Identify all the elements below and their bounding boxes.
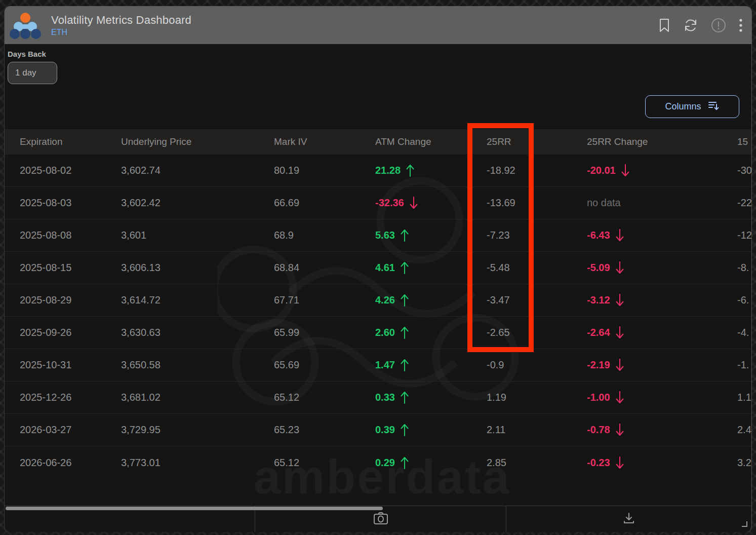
arrow-up-icon — [406, 164, 415, 177]
arrow-up-icon — [400, 358, 409, 372]
col-header-atm-change[interactable]: ATM Change — [375, 136, 487, 147]
bookmark-icon[interactable] — [658, 18, 670, 32]
arrow-up-icon — [400, 261, 409, 275]
cell-underlying-price: 3,602.42 — [121, 197, 274, 209]
table-row[interactable]: 2025-12-26 3,681.02 65.12 0.33 1.19 -1.0… — [5, 381, 751, 414]
table-row[interactable]: 2025-10-31 3,650.58 65.69 1.47 -0.9 -2.1… — [5, 349, 751, 381]
cell-15rr-clipped: 3.2 — [737, 457, 752, 469]
cell-25rr: 1.19 — [487, 392, 587, 403]
cell-25rr-change: -0.23 — [587, 456, 737, 470]
cell-mark-iv: 68.9 — [274, 230, 375, 241]
arrow-up-icon — [400, 423, 409, 437]
cell-underlying-price: 3,729.95 — [121, 424, 274, 436]
cell-15rr-clipped: -22 — [737, 197, 752, 209]
cell-mark-iv: 68.84 — [274, 262, 375, 274]
cell-underlying-price: 3,614.72 — [121, 294, 274, 306]
footer-section-right — [506, 506, 751, 532]
cell-atm-change: 2.60 — [375, 326, 487, 339]
days-back-label: Days Back — [8, 50, 46, 58]
table-row[interactable]: 2025-08-15 3,606.13 68.84 4.61 -5.48 -5.… — [5, 252, 751, 284]
table-row[interactable]: 2025-08-29 3,614.72 67.71 4.26 -3.47 -3.… — [5, 284, 751, 317]
alert-circle-icon[interactable] — [711, 18, 726, 33]
cell-25rr-change: -5.09 — [587, 261, 737, 275]
col-header-mark-iv[interactable]: Mark IV — [274, 136, 375, 147]
arrow-down-icon — [409, 196, 418, 210]
cell-underlying-price: 3,773.01 — [121, 457, 274, 469]
cell-mark-iv: 65.12 — [274, 392, 375, 403]
titlebar: Volatility Metrics Dashboard ETH — [5, 6, 751, 44]
refresh-icon[interactable] — [684, 18, 698, 32]
cell-atm-change: 0.33 — [375, 391, 487, 404]
controls-bar: Days Back 1 day Columns — [5, 44, 751, 129]
cell-atm-change: -32.36 — [375, 196, 487, 210]
cell-15rr-clipped: -1. — [737, 359, 752, 371]
cell-atm-change: 1.47 — [375, 358, 487, 372]
cell-atm-change: 21.28 — [375, 164, 487, 177]
cell-25rr: -18.92 — [487, 165, 587, 176]
cell-atm-change: 4.61 — [375, 261, 487, 275]
dashboard-window: Volatility Metrics Dashboard ETH — [4, 6, 752, 532]
resize-handle-icon[interactable] — [741, 520, 747, 529]
arrow-down-icon — [615, 456, 624, 470]
cell-expiration: 2025-10-31 — [20, 359, 121, 371]
amberdata-logo-icon — [9, 12, 42, 39]
asset-label: ETH — [51, 28, 191, 37]
horizontal-scrollbar-thumb[interactable] — [6, 507, 383, 510]
cell-25rr: -3.47 — [487, 294, 587, 306]
column-sort-icon — [707, 99, 720, 114]
download-icon[interactable] — [622, 512, 635, 527]
cell-underlying-price: 3,681.02 — [121, 392, 274, 403]
cell-15rr-clipped: -12 — [737, 230, 752, 241]
cell-underlying-price: 3,650.58 — [121, 359, 274, 371]
col-header-expiration[interactable]: Expiration — [20, 136, 121, 147]
arrow-up-icon — [400, 293, 409, 307]
table-row[interactable]: 2025-09-26 3,630.63 65.99 2.60 -2.65 -2.… — [5, 317, 751, 349]
cell-underlying-price: 3,602.74 — [121, 165, 274, 176]
arrow-down-icon — [615, 358, 624, 372]
cell-underlying-price: 3,606.13 — [121, 262, 274, 274]
cell-mark-iv: 65.69 — [274, 359, 375, 371]
table-row[interactable]: 2026-03-27 3,729.95 65.23 0.39 2.11 -0.7… — [5, 414, 751, 446]
kebab-menu-icon[interactable] — [739, 18, 742, 32]
days-back-select[interactable]: 1 day — [8, 62, 57, 84]
cell-mark-iv: 80.19 — [274, 165, 375, 176]
col-header-25rr-change[interactable]: 25RR Change — [587, 136, 737, 147]
cell-mark-iv: 65.99 — [274, 327, 375, 338]
arrow-up-icon — [400, 228, 409, 242]
cell-25rr-change: -20.01 — [587, 164, 737, 177]
cell-25rr: -13.69 — [487, 197, 587, 209]
col-header-15rr-clipped[interactable]: 15 — [737, 136, 752, 147]
cell-mark-iv: 65.23 — [274, 424, 375, 436]
cell-mark-iv: 66.69 — [274, 197, 375, 209]
cell-expiration: 2026-06-26 — [20, 457, 121, 469]
cell-25rr: 2.11 — [487, 424, 587, 436]
cell-expiration: 2025-09-26 — [20, 327, 121, 338]
cell-expiration: 2025-08-02 — [20, 165, 121, 176]
cell-25rr: -7.23 — [487, 230, 587, 241]
cell-underlying-price: 3,601 — [121, 230, 274, 241]
table-row[interactable]: 2026-06-26 3,773.01 65.12 0.29 2.85 -0.2… — [5, 446, 751, 479]
columns-button-label: Columns — [665, 101, 701, 112]
cell-mark-iv: 67.71 — [274, 294, 375, 306]
cell-expiration: 2025-08-15 — [20, 262, 121, 274]
cell-expiration: 2025-08-29 — [20, 294, 121, 306]
table-row[interactable]: 2025-08-02 3,602.74 80.19 21.28 -18.92 -… — [5, 155, 751, 187]
camera-snapshot-icon[interactable] — [373, 512, 388, 527]
cell-25rr-change: -0.78 — [587, 423, 737, 437]
cell-15rr-clipped: -4. — [737, 327, 752, 338]
cell-25rr-change: -2.19 — [587, 358, 737, 372]
cell-expiration: 2025-08-08 — [20, 230, 121, 241]
days-back-value: 1 day — [15, 68, 36, 78]
col-header-25rr[interactable]: 25RR — [487, 136, 587, 147]
col-header-underlying-price[interactable]: Underlying Price — [121, 136, 274, 147]
arrow-up-icon — [400, 391, 409, 404]
cell-mark-iv: 65.12 — [274, 457, 375, 469]
columns-button[interactable]: Columns — [645, 95, 739, 118]
table-body: 2025-08-02 3,602.74 80.19 21.28 -18.92 -… — [5, 155, 751, 479]
table-row[interactable]: 2025-08-03 3,602.42 66.69 -32.36 -13.69 … — [5, 187, 751, 219]
cell-25rr: 2.85 — [487, 457, 587, 469]
cell-25rr-change: -1.00 — [587, 391, 737, 404]
cell-atm-change: 4.26 — [375, 293, 487, 307]
table-row[interactable]: 2025-08-08 3,601 68.9 5.63 -7.23 -6.43 -… — [5, 219, 751, 252]
cell-15rr-clipped: -8. — [737, 262, 752, 274]
